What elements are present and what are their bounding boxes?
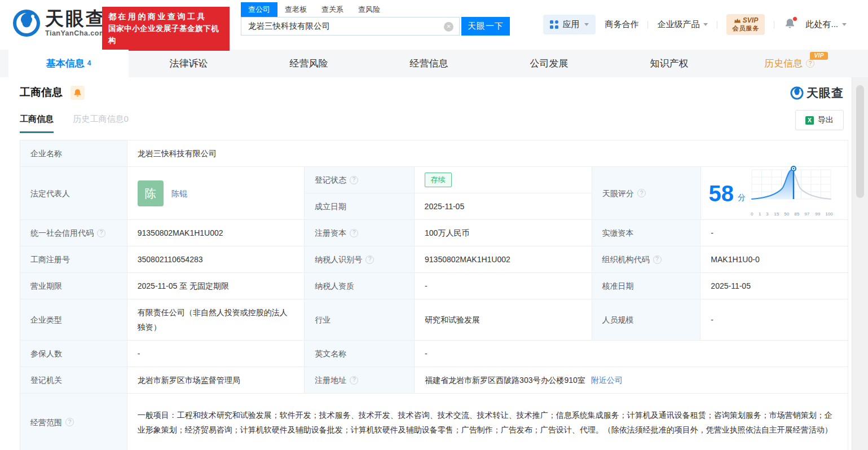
divider xyxy=(774,21,774,29)
status-badge: 存续 xyxy=(425,173,452,187)
score-unit: 分 xyxy=(738,190,746,205)
chevron-down-icon xyxy=(584,23,589,26)
divider xyxy=(717,21,717,29)
search-tab-relation[interactable]: 查关系 xyxy=(314,2,351,17)
brand-name: 天眼查 xyxy=(45,9,106,28)
field-value: - xyxy=(138,346,140,361)
page-title: 工商信息 xyxy=(20,85,63,100)
tab-legal-proceedings[interactable]: 法律诉讼 xyxy=(129,50,249,77)
field-value: 有限责任公司（非自然人投资或控股的法人独资） xyxy=(138,305,294,334)
search-input[interactable] xyxy=(241,17,459,35)
field-label: 天眼评分 xyxy=(602,186,634,201)
field-value: 350802110654283 xyxy=(138,252,203,267)
scrollbar-thumb[interactable] xyxy=(856,85,864,198)
apps-menu[interactable]: 应用 xyxy=(543,15,596,34)
watermark-text: 天眼查 xyxy=(807,85,844,101)
tab-operating-risk[interactable]: 经营风险 xyxy=(249,50,369,77)
table-row: 参保人数 - 英文名称 - xyxy=(20,341,848,367)
legal-rep-link[interactable]: 陈锟 xyxy=(171,186,187,201)
enterprise-label: 企业级产品 xyxy=(657,19,699,30)
search-tab-boss[interactable]: 查老板 xyxy=(277,2,314,17)
field-label: 企业类型 xyxy=(30,312,62,327)
svip-sublabel: 会员服务 xyxy=(732,24,759,33)
field-label: 纳税人识别号 xyxy=(315,252,362,267)
svip-member-badge[interactable]: SVIP 会员服务 xyxy=(726,14,765,35)
field-label: 企业名称 xyxy=(30,146,62,161)
chevron-down-icon xyxy=(703,23,708,26)
score-distribution-chart: 0131550859799100 xyxy=(750,165,834,221)
apps-grid-icon xyxy=(550,20,558,29)
legal-rep-avatar[interactable]: 陈 xyxy=(138,180,164,206)
tab-label: 公司发展 xyxy=(530,57,569,70)
field-label: 注册地址 xyxy=(315,373,346,387)
search-tab-risk[interactable]: 查风险 xyxy=(351,2,387,17)
site-logo[interactable]: 天眼查 TianYanCha.com xyxy=(12,9,106,37)
help-icon[interactable]: ? xyxy=(350,176,358,184)
slogan-line1: 都在用的商业查询工具 xyxy=(108,11,223,23)
tianyancha-eye-icon xyxy=(12,9,41,37)
nearby-companies-link[interactable]: 附近公司 xyxy=(591,373,623,387)
tab-history-info[interactable]: VIP 历史信息 ? xyxy=(729,50,849,77)
field-label: 成立日期 xyxy=(315,199,346,214)
help-icon[interactable]: ? xyxy=(350,376,358,385)
score-axis-ticks: 0131550859799100 xyxy=(751,206,833,221)
section-tabbar: 基本信息 4 法律诉讼 经营风险 经营信息 公司发展 知识产权 VIP 历史信息… xyxy=(0,50,868,77)
help-icon[interactable]: ? xyxy=(637,189,646,197)
apps-label: 应用 xyxy=(562,19,579,30)
slogan-badge: 都在用的商业查询工具 国家中小企业发展子基金旗下机构 xyxy=(102,7,230,51)
table-row: 企业类型 有限责任公司（非自然人投资或控股的法人独资） 行业 研究和试验发展 人… xyxy=(20,299,848,341)
field-label: 核准日期 xyxy=(602,279,634,293)
tab-basic-info[interactable]: 基本信息 4 xyxy=(8,50,129,77)
nav-enterprise-products[interactable]: 企业级产品 xyxy=(657,19,708,30)
tianyancha-watermark: 天眼查 xyxy=(790,85,844,101)
field-value: 龙岩市新罗区市场监督管理局 xyxy=(138,373,240,387)
table-row: 登记机关 龙岩市新罗区市场监督管理局 注册地址 ? 福建省龙岩市新罗区西陂路30… xyxy=(20,367,848,394)
user-menu[interactable]: 此处有... xyxy=(805,19,847,30)
tab-label: 历史信息 xyxy=(764,57,803,70)
business-info-table: 企业名称 龙岩三快科技有限公司 法定代表人 陈 陈锟 登记状态 ? 存续 成立日… xyxy=(20,140,848,450)
section-header: 工商信息 天眼查 xyxy=(20,85,848,102)
field-label: 经营范围 xyxy=(30,415,62,430)
vip-badge: VIP xyxy=(810,52,828,60)
svg-text:X: X xyxy=(808,117,812,123)
tab-label: 法律诉讼 xyxy=(170,57,208,70)
field-label: 法定代表人 xyxy=(30,186,70,201)
help-icon[interactable]: ? xyxy=(65,418,74,426)
scrollbar[interactable] xyxy=(852,77,868,450)
export-label: 导出 xyxy=(818,115,834,125)
nav-business-cooperation[interactable]: 商务合作 xyxy=(605,19,638,30)
notifications-bell-icon[interactable] xyxy=(785,18,795,31)
field-label: 工商注册号 xyxy=(30,252,70,267)
search-tabs: 查公司 查老板 查关系 查风险 xyxy=(241,2,510,17)
field-value: 研究和试验发展 xyxy=(425,312,480,327)
tab-company-development[interactable]: 公司发展 xyxy=(489,50,609,77)
field-value: 2025-11-05 xyxy=(425,199,465,214)
site-header: 天眼查 TianYanCha.com 都在用的商业查询工具 国家中小企业发展子基… xyxy=(0,0,868,50)
search-box: × xyxy=(241,17,460,36)
help-icon[interactable]: ? xyxy=(806,59,814,68)
subtab-business-info[interactable]: 工商信息 xyxy=(20,114,54,133)
help-icon[interactable]: ? xyxy=(365,255,374,264)
monitor-bell-icon[interactable] xyxy=(71,86,85,100)
help-icon[interactable]: ? xyxy=(653,255,662,264)
tianyancha-eye-icon xyxy=(790,86,804,100)
subtab-history-business-info[interactable]: 历史工商信息0 xyxy=(73,114,128,131)
table-row: 经营范围 ? 一般项目：工程和技术研究和试验发展；软件开发；技术服务、技术开发、… xyxy=(20,394,848,450)
tab-business-info[interactable]: 经营信息 xyxy=(369,50,489,77)
field-label: 参保人数 xyxy=(30,346,62,361)
chevron-down-icon xyxy=(842,23,847,26)
tab-count: 4 xyxy=(87,59,91,67)
notification-dot xyxy=(793,17,797,21)
search-button[interactable]: 天眼一下 xyxy=(461,17,510,36)
tab-label: 经营风险 xyxy=(290,57,328,70)
clear-search-icon[interactable]: × xyxy=(444,22,453,32)
table-row: 营业期限 2025-11-05 至 无固定期限 纳税人资质 - 核准日期 202… xyxy=(20,273,848,299)
field-label: 统一社会信用代码 xyxy=(30,226,94,240)
tianyan-score: 58 xyxy=(709,182,734,205)
tab-label: 知识产权 xyxy=(650,57,689,70)
search-tab-company[interactable]: 查公司 xyxy=(241,2,277,17)
help-icon[interactable]: ? xyxy=(97,229,105,237)
help-icon[interactable]: ? xyxy=(350,229,358,237)
tab-intellectual-property[interactable]: 知识产权 xyxy=(609,50,729,77)
export-button[interactable]: X 导出 xyxy=(795,110,844,130)
